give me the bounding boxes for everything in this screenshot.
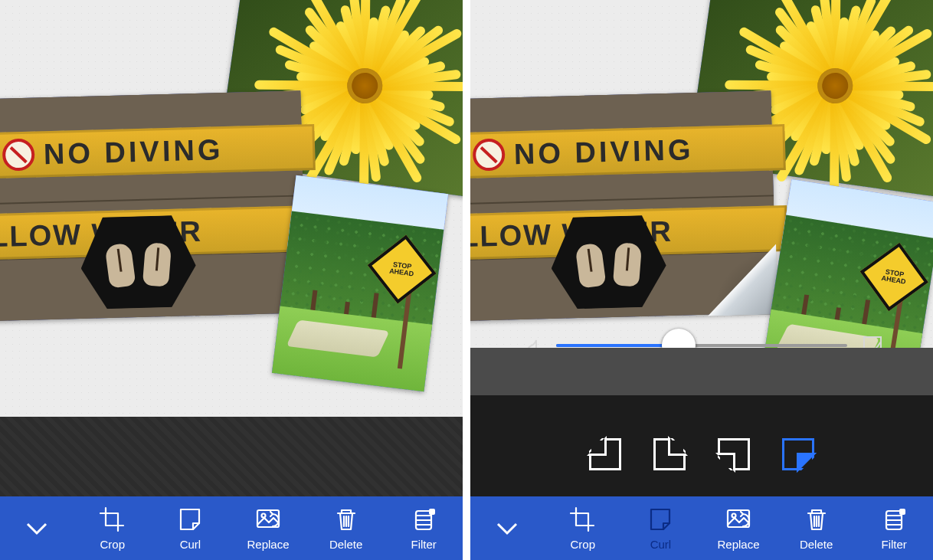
toolbar-items: CropCurlReplaceDeleteFilter [544, 506, 933, 551]
corner-bottom-right[interactable] [779, 435, 817, 473]
curl-slider[interactable] [556, 344, 847, 347]
curl-slider-backdrop [470, 348, 933, 395]
toolbar-delete-button[interactable]: Delete [307, 506, 385, 551]
no-diving-icon [2, 139, 34, 172]
filter-icon [409, 506, 438, 535]
toolbar-label: Filter [882, 538, 907, 551]
curl-icon [175, 506, 205, 535]
toolbar-filter-button[interactable]: Filter [855, 506, 933, 551]
toolbar-label: Crop [100, 538, 126, 551]
toolbar-delete-button[interactable]: Delete [778, 506, 856, 551]
corner-bottom-left[interactable] [715, 435, 753, 473]
editor-pane-right: NO DIVING ALLOW WATER [470, 0, 933, 560]
crop-icon [568, 506, 597, 535]
toolbar-label: Curl [650, 538, 672, 551]
filter-icon [879, 506, 908, 535]
toolbar-items: CropCurlReplaceDeleteFilter [74, 506, 463, 551]
no-diving-icon [472, 139, 505, 172]
photo-sign[interactable]: NO DIVING ALLOW WATER [0, 90, 306, 321]
toolbar-crop-button[interactable]: Crop [544, 506, 622, 551]
svg-rect-7 [899, 509, 905, 515]
toolbar-label: Replace [247, 538, 289, 551]
svg-point-5 [732, 513, 735, 517]
chevron-down-icon [21, 513, 52, 544]
toolbar-crop-button[interactable]: Crop [74, 506, 152, 551]
feet-graphic [80, 215, 197, 310]
toolbar-replace-button[interactable]: Replace [229, 506, 307, 551]
toolbar-label: Replace [717, 538, 759, 551]
svg-rect-3 [429, 509, 435, 515]
corner-top-left[interactable] [586, 435, 624, 473]
editor-spacer [0, 417, 463, 496]
delete-icon [332, 506, 361, 535]
svg-rect-4 [728, 510, 749, 527]
toolbar-replace-button[interactable]: Replace [699, 506, 778, 551]
close-toolbar-button[interactable] [470, 513, 544, 544]
svg-point-1 [261, 513, 265, 517]
replace-icon [724, 506, 753, 535]
editor-pane-left: NO DIVING ALLOW WATER [0, 0, 463, 560]
curl-slider-fill [556, 344, 679, 347]
toolbar-filter-button[interactable]: Filter [385, 506, 463, 551]
toolbar-label: Crop [571, 538, 596, 551]
sign-line1: NO DIVING [513, 133, 694, 171]
delete-icon [802, 506, 831, 535]
chevron-down-icon [492, 513, 522, 544]
toolbar-label: Delete [800, 538, 833, 551]
replace-icon [254, 506, 283, 535]
svg-rect-0 [257, 510, 279, 527]
toolbar-curl-button[interactable]: Curl [622, 506, 700, 551]
photo-park[interactable]: STOP AHEAD [272, 175, 448, 391]
corner-top-right[interactable] [650, 435, 689, 473]
toolbar-curl-button[interactable]: Curl [152, 506, 230, 551]
feet-graphic [550, 215, 667, 310]
curl-corner-options [470, 435, 933, 481]
edit-toolbar: CropCurlReplaceDeleteFilter [470, 496, 933, 560]
photo-sign[interactable]: NO DIVING ALLOW WATER [470, 90, 777, 321]
crop-icon [98, 506, 127, 535]
close-toolbar-button[interactable] [0, 513, 74, 544]
edit-toolbar: CropCurlReplaceDeleteFilter [0, 496, 463, 560]
toolbar-label: Curl [180, 538, 201, 551]
toolbar-label: Delete [329, 538, 362, 551]
toolbar-label: Filter [411, 538, 437, 551]
curl-icon [646, 506, 675, 535]
sign-line1: NO DIVING [43, 133, 224, 171]
